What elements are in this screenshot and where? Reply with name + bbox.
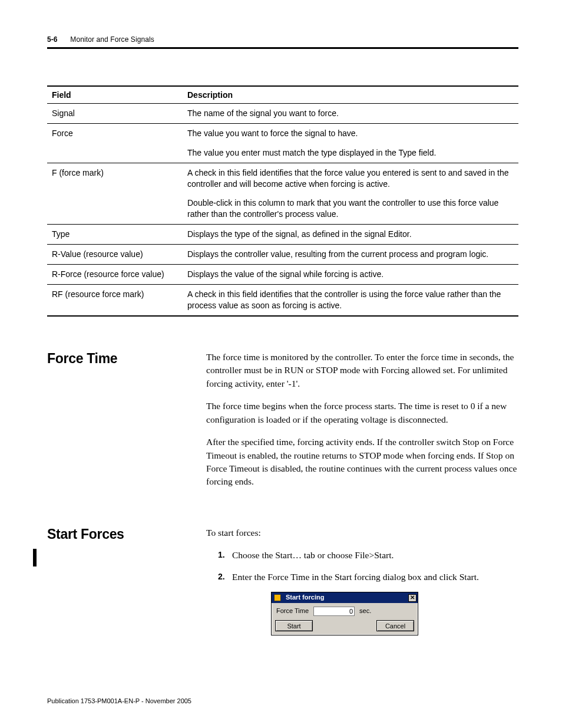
cell-desc: Displays the value of the signal while f…	[183, 265, 518, 285]
force-time-p1: The force time is monitored by the contr…	[206, 351, 518, 390]
dialog-title: Start forcing	[286, 593, 324, 602]
table-row: R-Value (resource value) Displays the co…	[47, 245, 518, 265]
cancel-button[interactable]: Cancel	[376, 620, 414, 631]
running-head: 5-6 Monitor and Force Signals	[47, 35, 518, 44]
table-row: RF (resource force mark) A check in this…	[47, 284, 518, 315]
field-description-table: Field Description Signal The name of the…	[47, 85, 518, 317]
step-number: 2.	[218, 571, 225, 582]
list-item: 2. Enter the Force Time in the Start for…	[218, 571, 518, 584]
th-description: Description	[183, 86, 518, 104]
change-bar	[33, 549, 37, 566]
cell-field: R-Force (resource force value)	[47, 265, 183, 285]
heading-start-forces: Start Forces	[47, 526, 206, 635]
body-start-forces: To start forces: 1. Choose the Start… ta…	[206, 526, 518, 635]
header-rule	[47, 47, 518, 49]
cell-desc-p1: The value you want to force the signal t…	[187, 129, 358, 138]
start-button[interactable]: Start	[275, 620, 313, 631]
list-item: 1. Choose the Start… tab or choose File>…	[218, 549, 518, 562]
start-forcing-dialog-figure: Start forcing ✕ Force Time sec. Start Ca…	[271, 592, 518, 635]
cell-desc-p2: Double-click in this column to mark that…	[187, 197, 514, 220]
force-time-unit: sec.	[359, 607, 371, 616]
app-icon	[274, 594, 281, 601]
cell-field: RF (resource force mark)	[47, 284, 183, 315]
body-force-time: The force time is monitored by the contr…	[206, 351, 518, 498]
cell-field: F (force mark)	[47, 163, 183, 225]
cell-desc: A check in this field identifies that th…	[183, 163, 518, 225]
table-row: Signal The name of the signal you want t…	[47, 104, 518, 124]
section-force-time: Force Time The force time is monitored b…	[47, 351, 518, 498]
dialog-client: Force Time sec.	[272, 603, 418, 618]
force-time-p3: After the specified time, forcing activi…	[206, 436, 518, 489]
th-field: Field	[47, 86, 183, 104]
start-forcing-dialog: Start forcing ✕ Force Time sec. Start Ca…	[271, 592, 418, 635]
step-number: 1.	[218, 549, 225, 561]
step-text: Enter the Force Time in the Start forcin…	[232, 572, 479, 582]
heading-force-time: Force Time	[47, 351, 206, 498]
step-text: Choose the Start… tab or choose File>Sta…	[232, 550, 394, 560]
close-button[interactable]: ✕	[408, 594, 416, 602]
page: 5-6 Monitor and Force Signals Field Desc…	[47, 35, 518, 635]
dialog-titlebar: Start forcing ✕	[272, 592, 418, 603]
force-time-input[interactable]	[313, 607, 355, 616]
force-time-label: Force Time	[276, 607, 309, 616]
force-time-p2: The force time begins when the force pro…	[206, 400, 518, 426]
start-forces-intro: To start forces:	[206, 526, 518, 539]
cell-desc: The name of the signal you want to force…	[183, 104, 518, 124]
table-row: F (force mark) A check in this field ide…	[47, 163, 518, 225]
cell-field: Signal	[47, 104, 183, 124]
cell-desc: The value you want to force the signal t…	[183, 123, 518, 163]
dialog-button-bar: Start Cancel	[272, 618, 418, 635]
cell-field: Type	[47, 225, 183, 245]
start-forces-steps: 1. Choose the Start… tab or choose File>…	[218, 549, 518, 584]
table-row: Type Displays the type of the signal, as…	[47, 225, 518, 245]
cell-field: R-Value (resource value)	[47, 245, 183, 265]
cell-desc-p1: A check in this field identifies that th…	[187, 168, 509, 189]
cell-desc-p2: The value you enter must match the type …	[187, 147, 514, 159]
publication-footer: Publication 1753-PM001A-EN-P - November …	[47, 697, 191, 704]
table-row: R-Force (resource force value) Displays …	[47, 265, 518, 285]
page-number: 5-6	[47, 35, 57, 44]
table-row: Force The value you want to force the si…	[47, 123, 518, 163]
cell-desc: Displays the controller value, resulting…	[183, 245, 518, 265]
section-title: Monitor and Force Signals	[70, 35, 154, 44]
close-icon: ✕	[410, 595, 415, 601]
section-start-forces: Start Forces To start forces: 1. Choose …	[47, 526, 518, 635]
cell-desc: A check in this field identifies that th…	[183, 284, 518, 315]
cell-desc: Displays the type of the signal, as defi…	[183, 225, 518, 245]
cell-field: Force	[47, 123, 183, 163]
